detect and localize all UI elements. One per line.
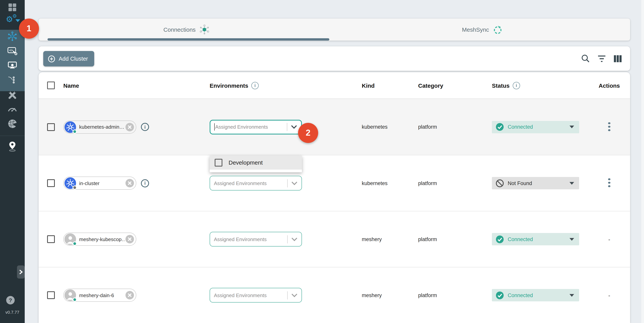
column-header-category[interactable]: Category bbox=[418, 82, 492, 89]
connection-name: kubernetes-admin… bbox=[76, 124, 126, 130]
tab-meshsync[interactable]: MeshSync bbox=[334, 19, 630, 41]
table-row: kubernetes-admin… i Assigned Environment… bbox=[38, 99, 630, 155]
sidebar-item-extensions[interactable] bbox=[0, 117, 25, 131]
dashboard-icon bbox=[8, 3, 16, 12]
assigned-environments-select[interactable]: Assigned Environments bbox=[210, 232, 302, 246]
chevron-down-icon[interactable] bbox=[16, 19, 20, 22]
add-cluster-label: Add Cluster bbox=[59, 56, 88, 62]
connection-info-icon[interactable]: i bbox=[141, 179, 149, 187]
column-header-name[interactable]: Name bbox=[63, 82, 210, 89]
add-cluster-button[interactable]: Add Cluster bbox=[43, 51, 94, 67]
select-all-checkbox[interactable] bbox=[47, 82, 55, 89]
app-root: ⚙ ⚙ <> bbox=[0, 0, 644, 323]
page-scrollbar[interactable] bbox=[641, 0, 644, 323]
connection-name: meshery-kubescop… bbox=[76, 236, 126, 242]
status-dropdown[interactable]: Connected bbox=[492, 233, 579, 245]
active-tab-indicator bbox=[48, 38, 329, 41]
connection-name-chip[interactable]: kubernetes-admin… bbox=[63, 120, 136, 134]
chevron-down-icon[interactable] bbox=[291, 293, 298, 297]
table-row: meshery-dain-6 Assigned Environments mes… bbox=[38, 267, 630, 323]
connection-status-dot bbox=[72, 129, 77, 134]
svg-text:<>: <> bbox=[9, 49, 13, 52]
sidebar-item-dashboard[interactable] bbox=[0, 1, 25, 14]
connections-tab-icon bbox=[199, 24, 210, 35]
help-button[interactable]: ? bbox=[6, 296, 15, 304]
connection-info-icon[interactable]: i bbox=[141, 123, 149, 131]
tab-connections[interactable]: Connections bbox=[38, 19, 334, 41]
search-icon[interactable] bbox=[581, 54, 590, 63]
chevron-down-icon[interactable] bbox=[291, 181, 298, 185]
connection-status-dot bbox=[72, 297, 77, 302]
connection-name-chip[interactable]: meshery-dain-6 bbox=[63, 289, 136, 302]
kubernetes-icon bbox=[64, 121, 76, 133]
connection-name-chip[interactable]: meshery-kubescop… bbox=[63, 233, 136, 246]
environment-option-development[interactable]: Development bbox=[210, 156, 302, 169]
kebab-menu-icon[interactable] bbox=[608, 178, 611, 189]
status-label: Connected bbox=[508, 124, 533, 130]
user-avatar-icon bbox=[64, 233, 76, 245]
kind-value: kubernetes bbox=[362, 124, 418, 130]
sidebar-item-adapters[interactable]: <> bbox=[0, 45, 25, 58]
expand-sidebar-button[interactable] bbox=[17, 265, 25, 278]
sidebar-divider bbox=[0, 136, 25, 136]
row-checkbox[interactable] bbox=[47, 291, 55, 299]
chevron-right-icon bbox=[18, 269, 23, 275]
not-found-icon bbox=[496, 179, 504, 187]
kind-value: kubernetes bbox=[362, 180, 418, 186]
table-toolbar: Add Cluster bbox=[38, 46, 630, 71]
connection-name: in-cluster bbox=[76, 180, 126, 186]
category-value: platform bbox=[418, 236, 492, 242]
sidebar-item-playground[interactable] bbox=[0, 59, 25, 72]
chevron-down-icon[interactable] bbox=[291, 125, 297, 129]
sidebar-item-configuration[interactable] bbox=[0, 89, 25, 102]
connection-name-chip[interactable]: in-cluster bbox=[63, 177, 136, 190]
connection-status-dot bbox=[72, 241, 77, 246]
sidebar-item-performance[interactable] bbox=[0, 102, 25, 115]
status-label: Connected bbox=[508, 292, 533, 298]
extensions-icon bbox=[7, 119, 17, 129]
assigned-environments-select[interactable]: Assigned Environments bbox=[210, 120, 302, 134]
plus-circle-icon bbox=[48, 55, 55, 62]
connection-status-dot bbox=[72, 185, 77, 190]
kebab-menu-icon[interactable] bbox=[608, 122, 611, 132]
connected-check-icon bbox=[496, 291, 504, 299]
kind-value: meshery bbox=[362, 236, 418, 242]
annotation-badge-1: 1 bbox=[19, 19, 39, 39]
column-header-kind[interactable]: Kind bbox=[362, 82, 418, 89]
status-dropdown[interactable]: Connected bbox=[492, 289, 579, 301]
text-caret bbox=[214, 123, 215, 131]
status-info-icon[interactable]: i bbox=[513, 82, 520, 89]
option-checkbox[interactable] bbox=[215, 159, 222, 166]
adapters-icon: <> bbox=[7, 47, 17, 55]
remove-connection-icon[interactable] bbox=[126, 179, 134, 187]
remove-connection-icon[interactable] bbox=[126, 235, 134, 243]
sidebar-item-service-mesh[interactable] bbox=[0, 73, 25, 87]
column-header-status[interactable]: Status i bbox=[492, 82, 588, 89]
chevron-down-icon[interactable] bbox=[291, 237, 298, 241]
remove-connection-icon[interactable] bbox=[126, 123, 134, 131]
connected-check-icon bbox=[496, 235, 504, 243]
status-label: Connected bbox=[508, 236, 533, 242]
filter-icon[interactable] bbox=[597, 55, 606, 62]
kubernetes-icon bbox=[64, 177, 76, 189]
row-checkbox[interactable] bbox=[47, 179, 55, 187]
assigned-environments-select[interactable]: Assigned Environments bbox=[210, 288, 302, 302]
connections-table: Name Environments i Kind Category Status… bbox=[38, 72, 630, 323]
remove-connection-icon[interactable] bbox=[126, 291, 134, 299]
status-dropdown[interactable]: Not Found bbox=[492, 177, 579, 189]
question-mark-icon: ? bbox=[9, 297, 12, 303]
actions-empty: - bbox=[608, 292, 610, 298]
sidebar-item-environment[interactable] bbox=[0, 140, 25, 153]
location-pin-icon bbox=[8, 141, 17, 152]
table-row: meshery-kubescop… Assigned Environments … bbox=[38, 211, 630, 267]
environments-info-icon[interactable]: i bbox=[251, 82, 259, 89]
status-dropdown[interactable]: Connected bbox=[492, 121, 579, 133]
gauge-icon bbox=[7, 105, 17, 112]
view-columns-icon[interactable] bbox=[614, 54, 622, 63]
row-checkbox[interactable] bbox=[47, 123, 55, 131]
actions-empty: - bbox=[608, 236, 610, 242]
column-header-environments[interactable]: Environments i bbox=[210, 82, 362, 89]
row-checkbox[interactable] bbox=[47, 235, 55, 243]
assigned-environments-select[interactable]: Assigned Environments bbox=[210, 176, 302, 190]
annotation-badge-2: 2 bbox=[298, 123, 318, 143]
